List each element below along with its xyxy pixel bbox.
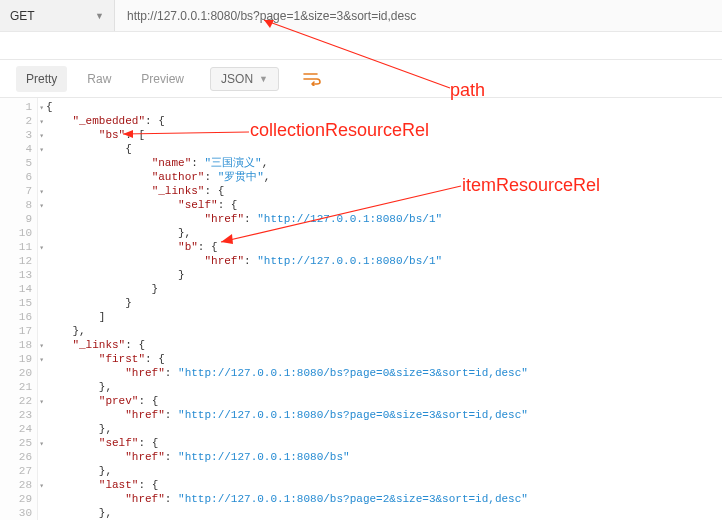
code-line: ] bbox=[46, 310, 722, 324]
code-line: } bbox=[46, 268, 722, 282]
code-line: "_links": { bbox=[46, 184, 722, 198]
code-line: "href": "http://127.0.0.1:8080/bs?page=0… bbox=[46, 366, 722, 380]
code-line: "href": "http://127.0.0.1:8080/bs/1" bbox=[46, 254, 722, 268]
code-line: "self": { bbox=[46, 436, 722, 450]
chevron-down-icon: ▼ bbox=[95, 11, 104, 21]
code-line: "_links": { bbox=[46, 338, 722, 352]
code-line: "first": { bbox=[46, 352, 722, 366]
code-line: "last": { bbox=[46, 478, 722, 492]
code-line: "href": "http://127.0.0.1:8080/bs/1" bbox=[46, 212, 722, 226]
code-line: "b": { bbox=[46, 240, 722, 254]
code-line: "self": { bbox=[46, 198, 722, 212]
url-input[interactable] bbox=[115, 0, 722, 31]
code-line: "bs": [ bbox=[46, 128, 722, 142]
code-content: { "_embedded": { "bs": [ { "name": "三国演义… bbox=[38, 98, 722, 520]
format-select[interactable]: JSON ▼ bbox=[210, 67, 279, 91]
code-line: { bbox=[46, 100, 722, 114]
code-line: "name": "三国演义", bbox=[46, 156, 722, 170]
code-line: "href": "http://127.0.0.1:8080/bs?page=0… bbox=[46, 408, 722, 422]
code-line: } bbox=[46, 282, 722, 296]
code-line: }, bbox=[46, 380, 722, 394]
code-line: } bbox=[46, 296, 722, 310]
http-method-select[interactable]: GET ▼ bbox=[0, 0, 115, 31]
code-line: "author": "罗贯中", bbox=[46, 170, 722, 184]
request-bar: GET ▼ bbox=[0, 0, 722, 32]
code-line: "href": "http://127.0.0.1:8080/bs?page=2… bbox=[46, 492, 722, 506]
format-label: JSON bbox=[221, 72, 253, 86]
code-line: }, bbox=[46, 506, 722, 520]
code-line: "_embedded": { bbox=[46, 114, 722, 128]
http-method-label: GET bbox=[10, 9, 35, 23]
line-gutter: 1▾ 2▾ 3▾ 4▾ 5 6 7▾ 8▾ 9 10 11▾ 12 13 14 … bbox=[0, 98, 38, 520]
tab-raw[interactable]: Raw bbox=[77, 66, 121, 92]
tab-preview[interactable]: Preview bbox=[131, 66, 194, 92]
tabs-spacer bbox=[0, 32, 722, 60]
tab-pretty[interactable]: Pretty bbox=[16, 66, 67, 92]
chevron-down-icon: ▼ bbox=[259, 74, 268, 84]
code-line: { bbox=[46, 142, 722, 156]
response-body[interactable]: 1▾ 2▾ 3▾ 4▾ 5 6 7▾ 8▾ 9 10 11▾ 12 13 14 … bbox=[0, 98, 722, 527]
code-line: }, bbox=[46, 324, 722, 338]
code-line: "href": "http://127.0.0.1:8080/bs" bbox=[46, 450, 722, 464]
response-tabs: Pretty Raw Preview JSON ▼ bbox=[0, 60, 722, 98]
code-line: }, bbox=[46, 226, 722, 240]
code-line: "prev": { bbox=[46, 394, 722, 408]
code-line: }, bbox=[46, 422, 722, 436]
code-line: }, bbox=[46, 464, 722, 478]
wrap-lines-icon[interactable] bbox=[301, 68, 323, 90]
